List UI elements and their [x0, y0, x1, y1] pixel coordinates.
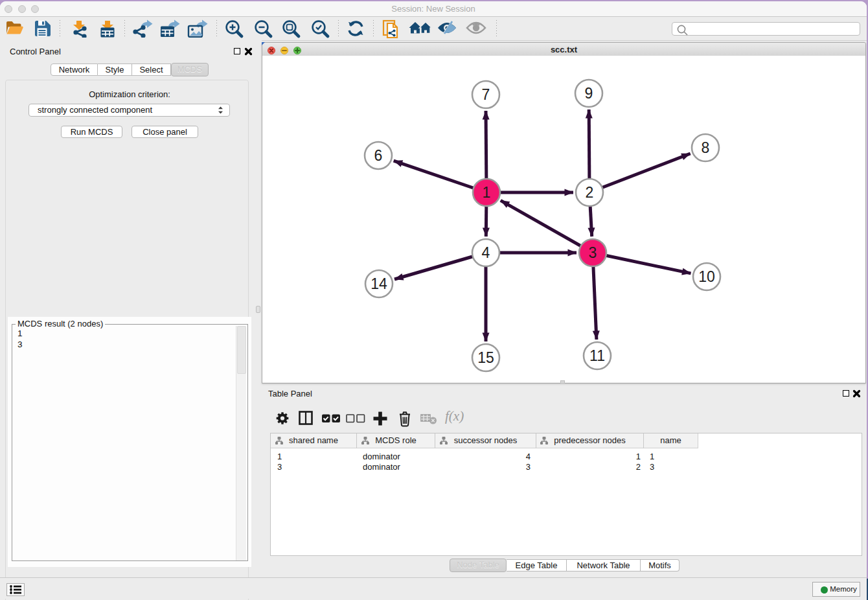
svg-text:7: 7 — [482, 86, 490, 103]
svg-text:3: 3 — [589, 244, 597, 261]
svg-text:8: 8 — [702, 139, 710, 156]
svg-text:2: 2 — [586, 184, 594, 201]
svg-text:14: 14 — [371, 275, 387, 292]
svg-text:15: 15 — [477, 349, 494, 366]
svg-text:10: 10 — [698, 268, 715, 285]
svg-text:6: 6 — [374, 147, 383, 164]
svg-text:11: 11 — [589, 347, 605, 364]
svg-text:9: 9 — [585, 85, 593, 102]
svg-text:4: 4 — [482, 244, 490, 261]
svg-text:1: 1 — [483, 184, 491, 201]
